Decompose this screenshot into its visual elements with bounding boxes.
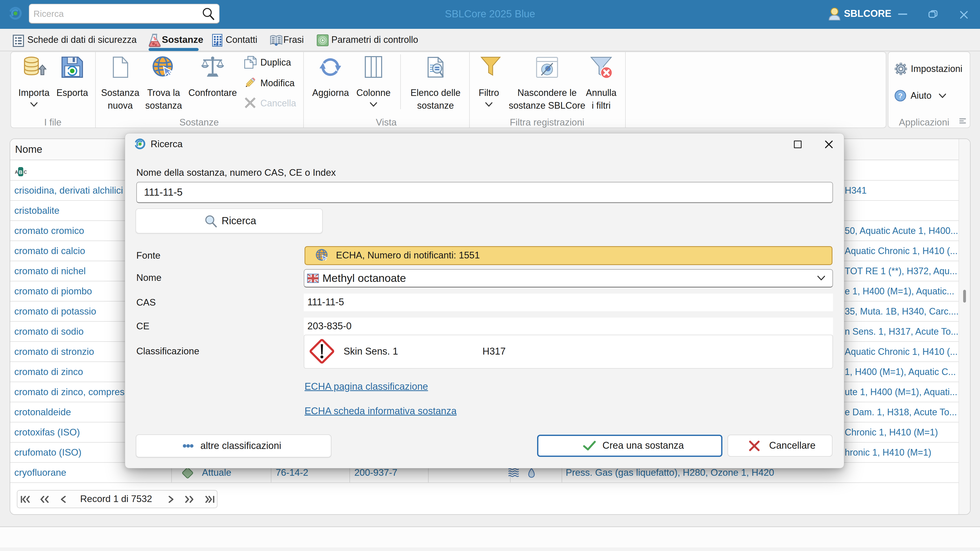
svg-text:C: C xyxy=(24,169,27,175)
svg-text:B: B xyxy=(19,169,22,175)
svg-text:?: ? xyxy=(898,92,902,100)
svg-text:A: A xyxy=(15,169,18,175)
